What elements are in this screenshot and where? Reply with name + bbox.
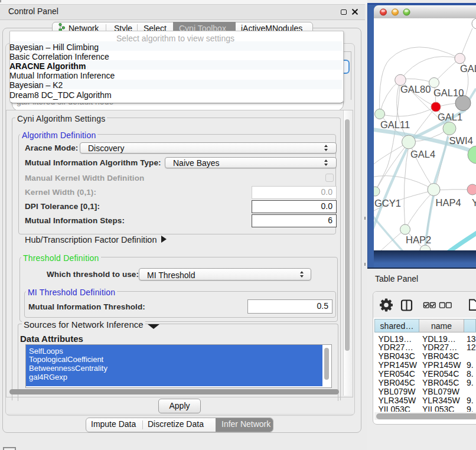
svg-text:GAL7: GAL7: [460, 63, 476, 74]
svg-text:HAP4: HAP4: [436, 197, 461, 208]
svg-text:GAL80: GAL80: [400, 84, 431, 94]
svg-text:YJ: YJ: [472, 197, 476, 208]
svg-text:GCY1: GCY1: [374, 198, 401, 208]
svg-text:GAL11: GAL11: [380, 119, 410, 130]
svg-text:GAL10: GAL10: [433, 87, 464, 98]
svg-text:GAL1: GAL1: [438, 112, 462, 122]
svg-text:GAL4: GAL4: [410, 149, 435, 159]
svg-text:SWI4: SWI4: [449, 135, 473, 146]
svg-text:HAP2: HAP2: [406, 234, 431, 245]
